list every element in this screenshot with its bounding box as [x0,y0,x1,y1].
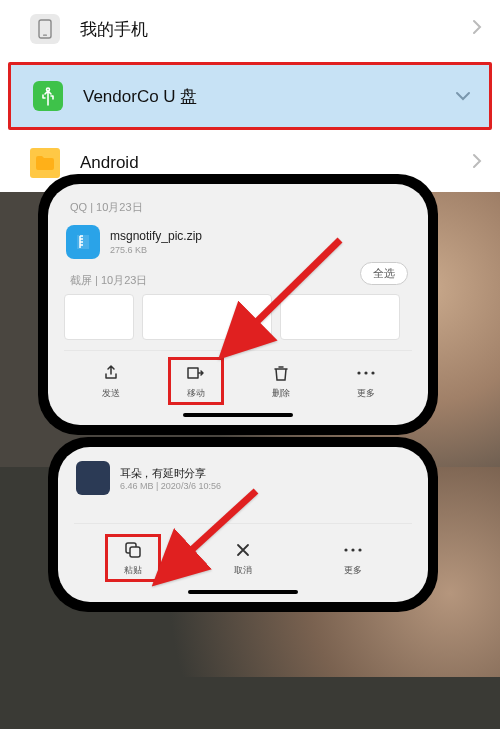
svg-point-10 [358,548,361,551]
trash-icon [270,362,292,384]
chevron-down-icon [455,87,471,105]
toolbar-label: 粘贴 [124,564,142,577]
close-icon [232,539,254,561]
toolbar-label: 移动 [187,387,205,400]
file-name: 耳朵，有延时分享 [120,466,221,481]
file-meta: 6.46 MB | 2020/3/6 10:56 [120,481,221,491]
thumbnail[interactable] [280,294,400,340]
share-icon [100,362,122,384]
section-header: QQ | 10月23日 [70,200,412,215]
phone-mockup: QQ | 10月23日 msgnotify_pic.zip 275.6 KB 截… [38,174,438,435]
file-name: msgnotify_pic.zip [110,229,202,243]
more-icon [355,362,377,384]
move-button[interactable]: 移动 [168,357,224,405]
send-button[interactable]: 发送 [83,362,139,400]
row-usb-drive[interactable]: VendorCo U 盘 [8,62,492,130]
folder-icon [30,148,60,178]
toolbar-label: 取消 [234,564,252,577]
svg-point-9 [351,548,354,551]
chevron-right-icon [472,153,482,173]
cancel-button[interactable]: 取消 [215,539,271,577]
thumbnail[interactable] [142,294,272,340]
move-icon [185,362,207,384]
toolbar-label: 更多 [344,564,362,577]
usb-icon [33,81,63,111]
svg-point-4 [371,371,374,374]
file-size: 275.6 KB [110,245,202,255]
svg-point-3 [364,371,367,374]
row-label: 我的手机 [80,18,472,41]
chevron-right-icon [472,19,482,39]
action-toolbar: 发送 移动 删除 更多 [64,350,412,407]
select-all-button[interactable]: 全选 [360,262,408,285]
paste-toolbar: 粘贴 取消 更多 [74,523,412,584]
file-row-audio[interactable]: 耳朵，有延时分享 6.46 MB | 2020/3/6 10:56 [74,459,412,497]
file-row-zip[interactable]: msgnotify_pic.zip 275.6 KB [64,221,412,263]
row-label: VendorCo U 盘 [83,85,455,108]
paste-button[interactable]: 粘贴 [105,534,161,582]
home-indicator [188,590,298,594]
home-indicator [183,413,293,417]
svg-point-8 [344,548,347,551]
more-icon [342,539,364,561]
phone-mockup: 耳朵，有延时分享 6.46 MB | 2020/3/6 10:56 粘贴 取消 … [48,437,438,612]
svg-rect-1 [43,35,47,36]
audio-thumb [76,461,110,495]
paste-icon [122,539,144,561]
row-label: Android [80,153,472,173]
more-button[interactable]: 更多 [325,539,381,577]
svg-rect-7 [130,547,140,557]
tutorial-step-move: QQ | 10月23日 msgnotify_pic.zip 275.6 KB 截… [0,192,500,467]
phone-icon [30,14,60,44]
zip-icon [66,225,100,259]
thumbnail[interactable] [64,294,134,340]
delete-button[interactable]: 删除 [253,362,309,400]
toolbar-label: 删除 [272,387,290,400]
screenshot-thumbs [64,294,412,340]
tutorial-step-paste: 耳朵，有延时分享 6.46 MB | 2020/3/6 10:56 粘贴 取消 … [0,467,500,677]
storage-list: 我的手机 VendorCo U 盘 Android [0,0,500,192]
toolbar-label: 更多 [357,387,375,400]
more-button[interactable]: 更多 [338,362,394,400]
svg-point-2 [357,371,360,374]
toolbar-label: 发送 [102,387,120,400]
row-my-phone[interactable]: 我的手机 [0,0,500,58]
